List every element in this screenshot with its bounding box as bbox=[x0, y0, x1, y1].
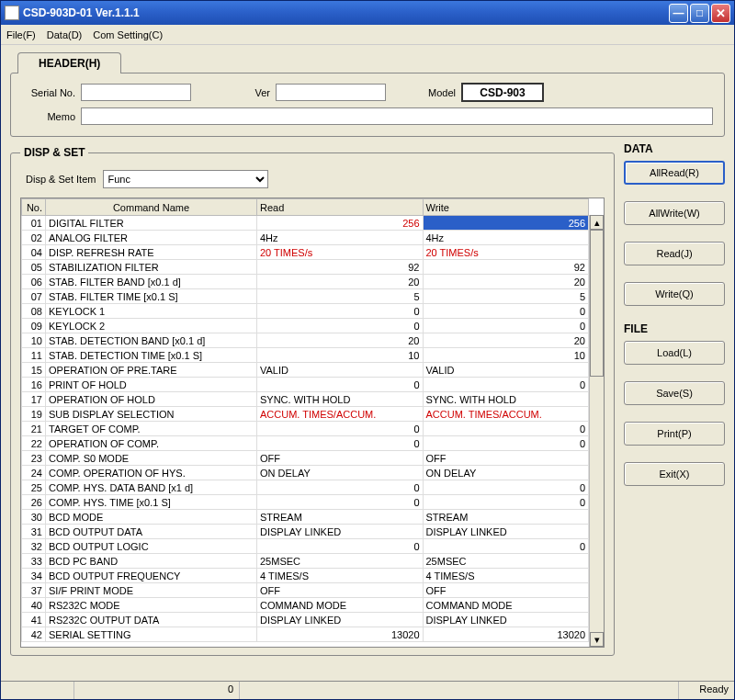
cell-read[interactable]: 0 bbox=[257, 378, 424, 392]
cell-write[interactable]: 92 bbox=[423, 260, 589, 275]
cell-write[interactable]: 20 TIMES/s bbox=[423, 245, 589, 260]
table-row[interactable]: 08KEYLOCK 100 bbox=[22, 304, 589, 319]
cell-read[interactable]: 0 bbox=[257, 495, 424, 510]
cell-write[interactable]: VALID bbox=[423, 363, 589, 378]
table-row[interactable]: 42SERIAL SETTING1302013020 bbox=[22, 627, 589, 642]
cell-read[interactable]: 0 bbox=[257, 304, 424, 319]
scroll-up-icon[interactable]: ▴ bbox=[590, 215, 604, 230]
cell-write[interactable]: 5 bbox=[423, 289, 589, 304]
cell-write[interactable]: 0 bbox=[423, 378, 589, 392]
scroll-thumb[interactable] bbox=[590, 230, 604, 377]
cell-write[interactable]: 13020 bbox=[423, 627, 589, 642]
cell-write[interactable]: SYNC. WITH HOLD bbox=[423, 392, 589, 407]
cell-write[interactable]: 25MSEC bbox=[423, 554, 589, 569]
cell-read[interactable]: OFF bbox=[257, 451, 424, 466]
table-row[interactable]: 02ANALOG FILTER4Hz4Hz bbox=[22, 231, 589, 245]
table-row[interactable]: 41RS232C OUTPUT DATADISPLAY LINKEDDISPLA… bbox=[22, 613, 589, 627]
table-row[interactable]: 25COMP. HYS. DATA BAND [x1 d]00 bbox=[22, 480, 589, 495]
minimize-button[interactable]: — bbox=[669, 4, 688, 23]
cell-write[interactable]: DISPLAY LINKED bbox=[423, 525, 589, 539]
cell-read[interactable]: 256 bbox=[257, 216, 424, 231]
table-row[interactable]: 23COMP. S0 MODEOFFOFF bbox=[22, 451, 589, 466]
cell-read[interactable]: ON DELAY bbox=[257, 466, 424, 480]
table-row[interactable]: 10STAB. DETECTION BAND [x0.1 d]2020 bbox=[22, 333, 589, 348]
close-button[interactable]: ✕ bbox=[711, 4, 730, 23]
col-no[interactable]: No. bbox=[22, 199, 46, 216]
table-row[interactable]: 04DISP. REFRESH RATE20 TIMES/s20 TIMES/s bbox=[22, 245, 589, 260]
cell-read[interactable]: COMMAND MODE bbox=[257, 598, 424, 613]
cell-read[interactable]: 25MSEC bbox=[257, 554, 424, 569]
cell-read[interactable]: 20 bbox=[257, 275, 424, 289]
cell-write[interactable]: 0 bbox=[423, 539, 589, 554]
load-button[interactable]: Load(L) bbox=[624, 341, 725, 365]
table-row[interactable]: 37SI/F PRINT MODEOFFOFF bbox=[22, 583, 589, 598]
table-row[interactable]: 22OPERATION OF COMP.00 bbox=[22, 436, 589, 451]
cell-read[interactable]: 10 bbox=[257, 348, 424, 363]
cell-read[interactable]: 0 bbox=[257, 539, 424, 554]
cell-write[interactable]: ON DELAY bbox=[423, 466, 589, 480]
table-scrollbar[interactable]: ▴ ▾ bbox=[589, 215, 604, 647]
cell-write[interactable]: 20 bbox=[423, 275, 589, 289]
cell-read[interactable]: 0 bbox=[257, 422, 424, 436]
cell-read[interactable]: 5 bbox=[257, 289, 424, 304]
table-row[interactable]: 30BCD MODESTREAMSTREAM bbox=[22, 510, 589, 525]
cell-read[interactable]: 4 TIMES/S bbox=[257, 569, 424, 583]
table-row[interactable]: 21TARGET OF COMP.00 bbox=[22, 422, 589, 436]
cell-read[interactable]: ACCUM. TIMES/ACCUM. bbox=[257, 407, 424, 422]
table-row[interactable]: 33BCD PC BAND25MSEC25MSEC bbox=[22, 554, 589, 569]
allwrite-button[interactable]: AllWrite(W) bbox=[624, 201, 725, 225]
cell-write[interactable]: OFF bbox=[423, 583, 589, 598]
cell-write[interactable]: 20 bbox=[423, 333, 589, 348]
maximize-button[interactable]: □ bbox=[690, 4, 709, 23]
cell-write[interactable]: 4 TIMES/S bbox=[423, 569, 589, 583]
serial-input[interactable] bbox=[81, 84, 191, 101]
col-read[interactable]: Read bbox=[257, 199, 424, 216]
menu-com-setting[interactable]: Com Setting(C) bbox=[93, 29, 163, 40]
ver-input[interactable] bbox=[276, 84, 386, 101]
cell-read[interactable]: SYNC. WITH HOLD bbox=[257, 392, 424, 407]
table-row[interactable]: 05STABILIZATION FILTER9292 bbox=[22, 260, 589, 275]
cell-read[interactable]: 0 bbox=[257, 436, 424, 451]
table-row[interactable]: 09KEYLOCK 200 bbox=[22, 319, 589, 333]
dispset-item-select[interactable]: Func bbox=[103, 170, 268, 188]
cell-write[interactable]: DISPLAY LINKED bbox=[423, 613, 589, 627]
memo-input[interactable] bbox=[81, 107, 713, 125]
table-row[interactable]: 31BCD OUTPUT DATADISPLAY LINKEDDISPLAY L… bbox=[22, 525, 589, 539]
table-row[interactable]: 32BCD OUTPUT LOGIC00 bbox=[22, 539, 589, 554]
cell-write[interactable]: ACCUM. TIMES/ACCUM. bbox=[423, 407, 589, 422]
print-button[interactable]: Print(P) bbox=[624, 422, 725, 446]
table-row[interactable]: 16PRINT OF HOLD00 bbox=[22, 378, 589, 392]
table-row[interactable]: 19SUB DISPLAY SELECTIONACCUM. TIMES/ACCU… bbox=[22, 407, 589, 422]
table-row[interactable]: 11STAB. DETECTION TIME [x0.1 S]1010 bbox=[22, 348, 589, 363]
table-row[interactable]: 06STAB. FILTER BAND [x0.1 d]2020 bbox=[22, 275, 589, 289]
menu-data[interactable]: Data(D) bbox=[47, 29, 83, 40]
write-button[interactable]: Write(Q) bbox=[624, 282, 725, 306]
cell-read[interactable]: STREAM bbox=[257, 510, 424, 525]
col-name[interactable]: Command Name bbox=[46, 199, 257, 216]
cell-read[interactable]: VALID bbox=[257, 363, 424, 378]
cell-read[interactable]: 13020 bbox=[257, 627, 424, 642]
cell-read[interactable]: OFF bbox=[257, 583, 424, 598]
table-row[interactable]: 15OPERATION OF PRE.TAREVALIDVALID bbox=[22, 363, 589, 378]
cell-write[interactable]: 0 bbox=[423, 495, 589, 510]
cell-read[interactable]: 92 bbox=[257, 260, 424, 275]
allread-button[interactable]: AllRead(R) bbox=[624, 161, 725, 185]
table-row[interactable]: 01DIGITAL FILTER256256 bbox=[22, 216, 589, 231]
menu-file[interactable]: File(F) bbox=[6, 29, 36, 40]
scroll-down-icon[interactable]: ▾ bbox=[590, 632, 604, 647]
cell-write[interactable]: COMMAND MODE bbox=[423, 598, 589, 613]
save-button[interactable]: Save(S) bbox=[624, 381, 725, 405]
table-row[interactable]: 40RS232C MODECOMMAND MODECOMMAND MODE bbox=[22, 598, 589, 613]
cell-write[interactable]: STREAM bbox=[423, 510, 589, 525]
cell-read[interactable]: DISPLAY LINKED bbox=[257, 613, 424, 627]
cell-write[interactable]: OFF bbox=[423, 451, 589, 466]
cell-write[interactable]: 256 bbox=[423, 216, 589, 231]
cell-write[interactable]: 0 bbox=[423, 319, 589, 333]
cell-write[interactable]: 0 bbox=[423, 422, 589, 436]
cell-read[interactable]: 0 bbox=[257, 480, 424, 495]
table-row[interactable]: 07STAB. FILTER TIME [x0.1 S]55 bbox=[22, 289, 589, 304]
cell-read[interactable]: 4Hz bbox=[257, 231, 424, 245]
cell-write[interactable]: 10 bbox=[423, 348, 589, 363]
cell-write[interactable]: 0 bbox=[423, 436, 589, 451]
table-row[interactable]: 34BCD OUTPUT FREQUENCY4 TIMES/S4 TIMES/S bbox=[22, 569, 589, 583]
